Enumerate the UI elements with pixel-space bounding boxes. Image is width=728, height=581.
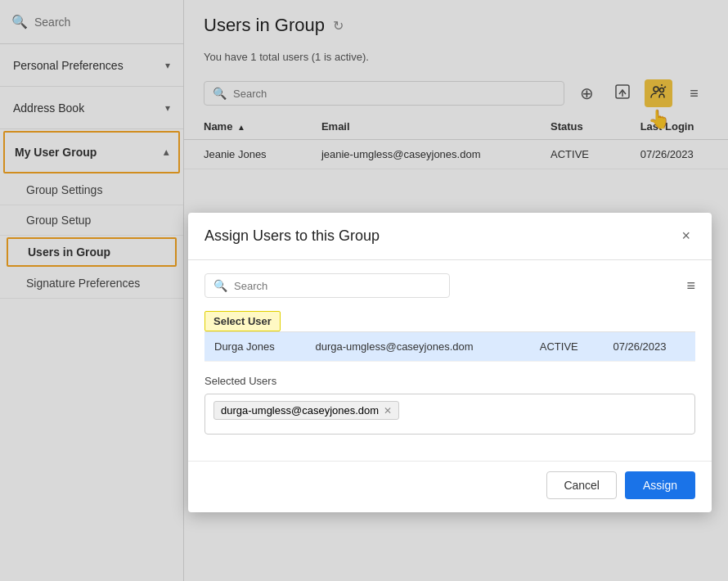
modal-user-name: Durga Jones xyxy=(204,332,305,362)
modal-user-status: ACTIVE xyxy=(530,332,604,362)
modal-user-email: durga-umgless@caseyjones.dom xyxy=(305,332,529,362)
modal-search-input[interactable] xyxy=(234,280,441,292)
selected-users-label: Selected Users xyxy=(204,375,695,387)
modal-users-table: Durga Jones durga-umgless@caseyjones.dom… xyxy=(204,331,695,362)
search-icon: 🔍 xyxy=(213,279,227,292)
selected-users-box: durga-umgless@caseyjones.dom ✕ xyxy=(204,394,695,435)
cancel-button[interactable]: Cancel xyxy=(546,471,617,499)
assign-button[interactable]: Assign xyxy=(625,471,695,499)
modal-menu-icon[interactable]: ≡ xyxy=(686,277,695,295)
select-user-header[interactable]: Select User xyxy=(204,311,281,331)
modal-title: Assign Users to this Group xyxy=(204,227,380,245)
assign-users-modal: Assign Users to this Group × 🔍 ≡ Select … xyxy=(188,213,712,512)
modal-footer: Cancel Assign xyxy=(188,461,712,512)
modal-close-button[interactable]: × xyxy=(676,226,695,246)
modal-user-last-login: 07/26/2023 xyxy=(603,332,695,362)
selected-user-tag[interactable]: durga-umgless@caseyjones.dom ✕ xyxy=(213,401,399,420)
modal-table-row[interactable]: Durga Jones durga-umgless@caseyjones.dom… xyxy=(204,332,695,362)
modal-search-bar[interactable]: 🔍 xyxy=(204,273,450,298)
modal-body: 🔍 ≡ Select User Durga Jones durga-umgles… xyxy=(188,260,712,461)
modal-overlay: Assign Users to this Group × 🔍 ≡ Select … xyxy=(0,0,728,581)
modal-header: Assign Users to this Group × xyxy=(188,213,712,260)
selected-user-email: durga-umgless@caseyjones.dom xyxy=(221,404,379,417)
remove-tag-icon[interactable]: ✕ xyxy=(384,405,392,417)
modal-search-row: 🔍 ≡ xyxy=(204,273,695,298)
